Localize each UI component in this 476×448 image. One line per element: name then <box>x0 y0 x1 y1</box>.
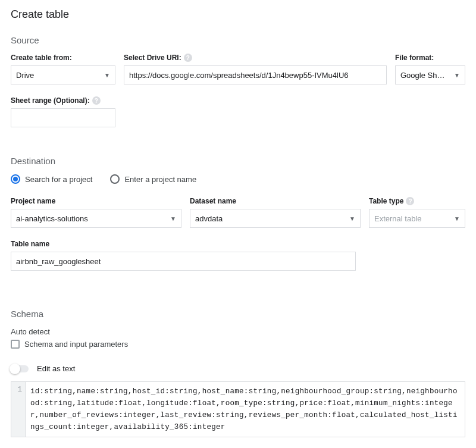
help-icon[interactable]: ? <box>92 96 101 105</box>
radio-search-project[interactable]: Search for a project <box>11 174 92 184</box>
radio-enter-project[interactable]: Enter a project name <box>110 174 196 184</box>
help-icon[interactable]: ? <box>184 54 192 62</box>
destination-heading: Destination <box>11 156 465 166</box>
radio-icon <box>11 174 20 184</box>
toggle-knob-icon <box>10 364 20 374</box>
edit-as-text-label: Edit as text <box>37 364 75 373</box>
auto-detect-checkbox-row[interactable]: Schema and input parameters <box>11 340 465 349</box>
table-type-label-text: Table type <box>369 197 403 205</box>
table-type-label: Table type ? <box>369 197 465 205</box>
create-table-from-select[interactable]: Drive ▼ <box>11 65 115 84</box>
dataset-name-select[interactable]: advdata ▼ <box>190 209 361 228</box>
sheet-range-input-wrap[interactable] <box>11 108 115 127</box>
source-heading: Source <box>11 35 465 45</box>
sheet-range-input[interactable] <box>16 114 110 123</box>
chevron-down-icon: ▼ <box>454 215 460 222</box>
drive-uri-label-text: Select Drive URI: <box>124 54 181 62</box>
table-type-value: External table <box>374 214 422 223</box>
radio-search-label: Search for a project <box>25 175 92 184</box>
sheet-range-label-text: Sheet range (Optional): <box>11 96 90 105</box>
project-name-value: ai-analytics-solutions <box>16 214 88 223</box>
drive-uri-input[interactable] <box>129 71 381 80</box>
radio-icon <box>110 174 120 184</box>
edit-as-text-toggle[interactable] <box>11 365 29 372</box>
radio-enter-label: Enter a project name <box>124 175 196 184</box>
file-format-label: File format: <box>395 54 465 62</box>
file-format-select[interactable]: Google Sh… ▼ <box>395 65 465 84</box>
drive-uri-label: Select Drive URI: ? <box>124 54 387 62</box>
table-name-label: Table name <box>11 240 356 248</box>
chevron-down-icon: ▼ <box>454 72 460 79</box>
schema-editor[interactable]: 1 id:string,name:string,host_id:string,h… <box>11 381 465 437</box>
create-table-from-value: Drive <box>16 71 34 80</box>
file-format-value: Google Sh… <box>400 71 444 80</box>
checkbox-icon <box>11 340 20 349</box>
table-type-select: External table ▼ <box>369 209 465 228</box>
auto-detect-label: Auto detect <box>11 327 465 336</box>
dataset-name-value: advdata <box>195 214 223 223</box>
schema-heading: Schema <box>11 309 465 319</box>
chevron-down-icon: ▼ <box>349 215 355 222</box>
table-name-input[interactable] <box>16 257 350 266</box>
chevron-down-icon: ▼ <box>104 72 110 79</box>
page-title: Create table <box>11 8 465 21</box>
dataset-name-label: Dataset name <box>190 197 361 205</box>
schema-text[interactable]: id:string,name:string,host_id:string,hos… <box>26 382 465 437</box>
table-name-input-wrap[interactable] <box>11 252 356 271</box>
help-icon[interactable]: ? <box>406 197 414 205</box>
schema-line-number: 1 <box>11 382 26 437</box>
sheet-range-label: Sheet range (Optional): ? <box>11 96 115 105</box>
create-table-from-label: Create table from: <box>11 54 115 62</box>
auto-detect-checkbox-label: Schema and input parameters <box>24 340 128 349</box>
chevron-down-icon: ▼ <box>170 215 176 222</box>
project-name-label: Project name <box>11 197 181 205</box>
drive-uri-input-wrap[interactable] <box>124 65 387 84</box>
project-name-select[interactable]: ai-analytics-solutions ▼ <box>11 209 181 228</box>
